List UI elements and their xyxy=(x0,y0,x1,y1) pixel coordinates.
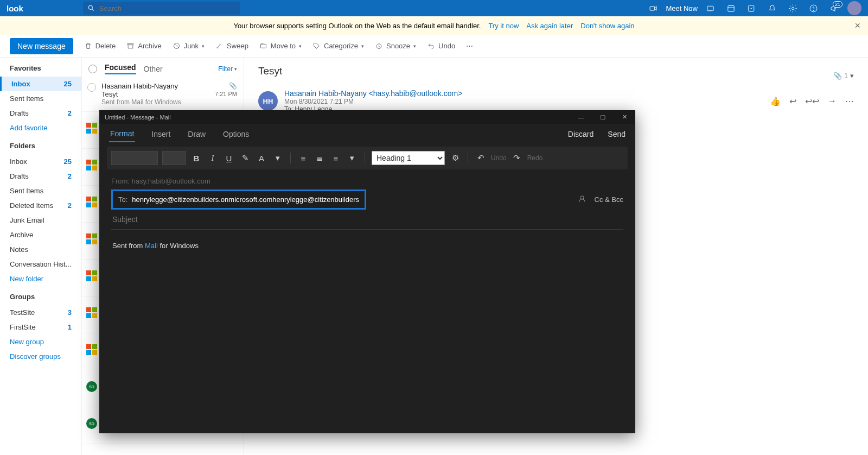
folder-deleted[interactable]: Deleted Items2 xyxy=(0,198,81,213)
new-message-button[interactable]: New message xyxy=(10,38,73,54)
close-button[interactable]: ✕ xyxy=(614,110,635,124)
section-favorites[interactable]: Favorites xyxy=(0,58,81,77)
banner-text: Your browser supports setting Outlook on… xyxy=(233,22,481,30)
cmd-categorize[interactable]: Categorize▾ xyxy=(312,42,364,50)
folder-sent[interactable]: Sent Items xyxy=(0,184,81,198)
cmd-more-icon[interactable]: ⋯ xyxy=(466,42,473,50)
whatsnew-icon[interactable]: 21 xyxy=(824,0,844,16)
select-all-checkbox[interactable] xyxy=(88,65,97,73)
subject-input[interactable] xyxy=(111,210,623,230)
forward-icon[interactable]: → xyxy=(828,96,837,106)
svg-point-16 xyxy=(580,196,584,199)
new-folder-link[interactable]: New folder xyxy=(0,271,81,286)
folder-junk[interactable]: Junk Email xyxy=(0,213,81,228)
font-color-button[interactable]: A xyxy=(256,154,267,163)
cmd-snooze[interactable]: Snooze▾ xyxy=(375,42,416,50)
section-groups[interactable]: Groups xyxy=(0,286,81,305)
compose-body[interactable]: Sent from Mail for Windows xyxy=(111,230,623,262)
maximize-button[interactable]: ▢ xyxy=(592,110,614,124)
cmd-archive[interactable]: Archive xyxy=(126,42,161,50)
tab-format[interactable]: Format xyxy=(109,126,135,142)
highlight-button[interactable]: ✎ xyxy=(239,153,251,163)
tab-options[interactable]: Options xyxy=(222,127,250,142)
more-actions-icon[interactable]: ⋯ xyxy=(845,96,854,106)
folder-drafts[interactable]: Drafts2 xyxy=(0,169,81,184)
cc-bcc-toggle[interactable]: Cc & Bcc xyxy=(595,195,623,204)
cmd-undo[interactable]: Undo xyxy=(427,42,455,50)
cmd-moveto[interactable]: Move to▾ xyxy=(259,42,302,50)
bullet-list-button[interactable]: ≡ xyxy=(297,154,309,163)
like-icon[interactable]: 👍 xyxy=(770,96,781,106)
compose-titlebar[interactable]: Untitled - Message - Mail — ▢ ✕ xyxy=(99,110,635,124)
minimize-button[interactable]: — xyxy=(570,110,592,124)
redo-button[interactable]: ↷ xyxy=(511,153,523,163)
favorites-drafts[interactable]: Drafts2 xyxy=(0,106,81,121)
send-button[interactable]: Send xyxy=(604,130,626,138)
underline-button[interactable]: U xyxy=(223,154,235,163)
italic-button[interactable]: I xyxy=(207,154,219,163)
to-field-highlight[interactable]: To: xyxy=(111,189,366,210)
tab-focused[interactable]: Focused xyxy=(105,63,136,74)
cmd-delete[interactable]: Delete xyxy=(84,42,116,50)
cmd-sweep[interactable]: Sweep xyxy=(215,42,248,50)
number-list-button[interactable]: ≣ xyxy=(314,153,326,163)
new-group-link[interactable]: New group xyxy=(0,334,81,349)
filter-dropdown[interactable]: Filter ▾ xyxy=(218,65,237,73)
teams-icon[interactable] xyxy=(700,0,720,16)
favorites-inbox[interactable]: Inbox25 xyxy=(0,77,81,91)
section-folders[interactable]: Folders xyxy=(0,135,81,154)
mail-link[interactable]: Mail xyxy=(145,242,158,250)
folder-notes[interactable]: Notes xyxy=(0,242,81,257)
to-input[interactable] xyxy=(132,195,359,204)
tab-insert[interactable]: Insert xyxy=(150,127,171,142)
banner-later-link[interactable]: Ask again later xyxy=(526,22,573,30)
undo-button[interactable]: ↶ xyxy=(475,153,487,163)
banner-try-link[interactable]: Try it now xyxy=(488,22,519,30)
reply-icon[interactable]: ↩ xyxy=(789,96,796,106)
notifications-icon[interactable] xyxy=(762,0,782,16)
reply-all-icon[interactable]: ↩↩ xyxy=(805,96,819,106)
svg-point-0 xyxy=(88,5,92,9)
para-more-dropdown[interactable]: ▾ xyxy=(346,153,358,163)
font-size-select[interactable] xyxy=(162,151,186,165)
contacts-icon[interactable] xyxy=(577,194,587,205)
banner-close-icon[interactable]: × xyxy=(854,20,860,31)
tab-draw[interactable]: Draw xyxy=(187,127,207,142)
attachment-icon: 📎 xyxy=(229,82,237,90)
group-testsite[interactable]: TestSite3 xyxy=(0,305,81,320)
bold-button[interactable]: B xyxy=(190,154,202,163)
discard-button[interactable]: Discard xyxy=(565,130,593,138)
user-avatar[interactable] xyxy=(847,1,861,15)
search-input[interactable] xyxy=(99,4,236,12)
tab-other[interactable]: Other xyxy=(144,65,163,73)
group-firstsite[interactable]: FirstSite1 xyxy=(0,320,81,334)
discover-groups-link[interactable]: Discover groups xyxy=(0,349,81,364)
folder-convhist[interactable]: Conversation Hist... xyxy=(0,257,81,271)
brand-label: look xyxy=(7,4,23,13)
font-family-select[interactable] xyxy=(111,151,158,165)
banner-dont-link[interactable]: Don't show again xyxy=(580,22,634,30)
styles-settings-icon[interactable]: ⚙ xyxy=(449,153,461,163)
help-icon[interactable] xyxy=(803,0,824,16)
favorites-sent[interactable]: Sent Items xyxy=(0,91,81,106)
message-item[interactable]: 📎 Hasanain Habib-Nayany Tesyt 7:21 PM Se… xyxy=(82,78,244,112)
todo-icon[interactable] xyxy=(741,0,762,16)
svg-line-13 xyxy=(174,44,178,48)
search-box[interactable] xyxy=(83,2,240,15)
message-preview: Sent from Mail for Windows xyxy=(101,98,237,106)
left-nav: Favorites Inbox25 Sent Items Drafts2 Add… xyxy=(0,58,81,455)
style-select[interactable]: Heading 1 xyxy=(372,151,445,165)
folder-archive[interactable]: Archive xyxy=(0,228,81,242)
reading-actions: 👍 ↩ ↩↩ → ⋯ xyxy=(770,96,854,106)
meet-now-label[interactable]: Meet Now xyxy=(666,4,698,12)
calendar-icon[interactable] xyxy=(720,0,741,16)
font-more-dropdown[interactable]: ▾ xyxy=(272,153,284,163)
attachment-count[interactable]: 📎 1 ▾ xyxy=(833,72,854,80)
cmd-junk[interactable]: Junk▾ xyxy=(173,42,205,50)
message-checkbox[interactable] xyxy=(87,83,96,92)
settings-icon[interactable] xyxy=(782,0,803,16)
add-favorite-link[interactable]: Add favorite xyxy=(0,121,81,135)
meet-now-camera-icon[interactable] xyxy=(643,0,663,16)
folder-inbox[interactable]: Inbox25 xyxy=(0,154,81,169)
align-button[interactable]: ≡ xyxy=(330,154,342,163)
